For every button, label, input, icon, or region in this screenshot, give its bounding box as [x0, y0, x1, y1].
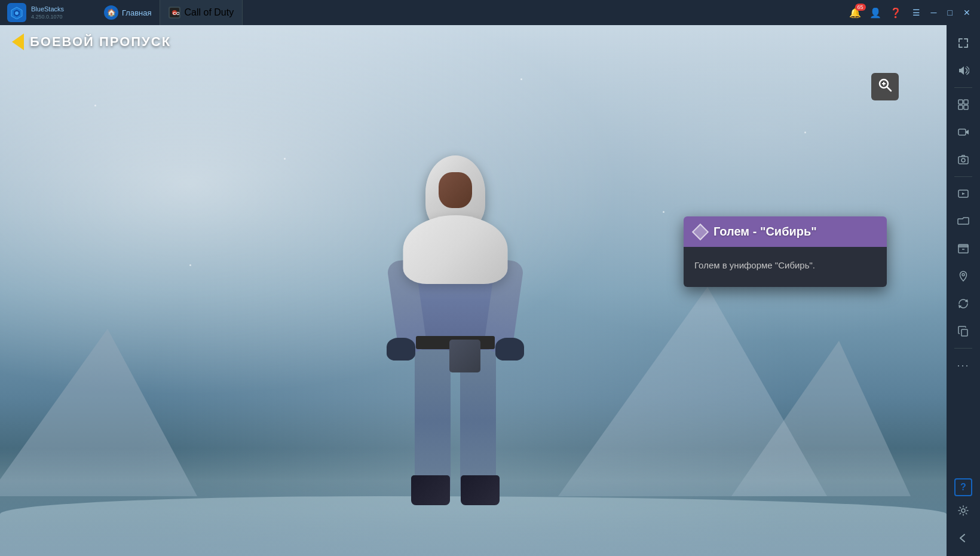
popup-body: Голем в униформе "Сибирь". [684, 247, 887, 287]
game-header: БОЕВОЙ ПРОПУСК [0, 25, 947, 59]
bluestacks-logo-area: BlueStacks 4.250.0.1070 [0, 3, 96, 22]
char-left-glove [387, 338, 415, 361]
bluestacks-logo [7, 3, 26, 22]
minimize-button[interactable]: ─ [931, 8, 937, 17]
main-content: БОЕВОЙ ПРОПУСК [0, 25, 980, 556]
popup-description: Голем в униформе "Сибирь". [694, 259, 876, 273]
svg-point-16 [961, 158, 965, 162]
maximize-button[interactable]: □ [948, 8, 953, 17]
zoom-icon [877, 77, 893, 96]
snow-particle [663, 211, 664, 213]
svg-rect-14 [958, 129, 966, 135]
char-fur [403, 215, 508, 284]
svg-line-7 [887, 87, 891, 91]
sidebar-separator-3 [954, 348, 972, 349]
game-tab-label: Call of Duty [184, 7, 234, 18]
home-tab-label: Главная [122, 8, 151, 17]
menu-button[interactable]: ☰ [912, 8, 920, 17]
char-left-leg [415, 350, 451, 493]
character-figure [366, 155, 545, 526]
svg-rect-13 [964, 105, 968, 109]
header-title: БОЕВОЙ ПРОПУСК [30, 34, 171, 50]
settings-button[interactable] [950, 497, 976, 524]
help-button[interactable]: ❓ [890, 7, 902, 19]
popup-header: Голем - "Сибирь" [684, 216, 887, 247]
fullscreen-button[interactable] [950, 30, 976, 56]
svg-rect-22 [961, 329, 967, 336]
popup-title: Голем - "Сибирь" [713, 225, 817, 239]
zoom-button[interactable] [871, 73, 899, 100]
game-tab-icon: COD [169, 7, 180, 19]
char-right-glove [495, 338, 524, 361]
video-manager-button[interactable] [950, 181, 976, 207]
more-button[interactable]: ··· [950, 352, 976, 378]
snow-particle [189, 264, 191, 266]
folder-button[interactable] [950, 208, 976, 234]
char-left-boot [411, 475, 450, 505]
more-dots-icon: ··· [957, 359, 969, 372]
svg-rect-12 [958, 105, 963, 109]
back-button[interactable]: БОЕВОЙ ПРОПУСК [12, 33, 171, 50]
svg-rect-15 [958, 157, 968, 164]
copy-button[interactable] [950, 318, 976, 344]
archive-button[interactable] [950, 236, 976, 262]
layout-button[interactable] [950, 91, 976, 118]
sidebar-separator-1 [954, 87, 972, 88]
game-area: БОЕВОЙ ПРОПУСК [0, 25, 947, 556]
home-tab[interactable]: 🏠 Главная [96, 0, 160, 25]
location-button[interactable] [950, 263, 976, 289]
titlebar: BlueStacks 4.250.0.1070 🏠 Главная COD Ca… [0, 0, 980, 25]
bluestacks-name: BlueStacks [31, 5, 64, 13]
game-tab[interactable]: COD Call of Duty [160, 0, 243, 25]
svg-text:COD: COD [173, 11, 179, 16]
record-button[interactable] [950, 119, 976, 145]
snow-particle [520, 78, 522, 80]
notification-badge: 65 [855, 4, 866, 11]
sync-button[interactable] [950, 291, 976, 317]
volume-button[interactable] [950, 57, 976, 84]
bluestacks-info: BlueStacks 4.250.0.1070 [31, 5, 64, 19]
close-button[interactable]: ✕ [963, 8, 970, 17]
titlebar-controls: 🔔 65 👤 ❓ ☰ ─ □ ✕ [840, 7, 980, 19]
popup-diamond-icon [692, 223, 709, 240]
svg-rect-10 [958, 100, 963, 104]
notification-button[interactable]: 🔔 65 [849, 7, 861, 19]
help-sidebar-button[interactable]: ? [954, 478, 972, 496]
screenshot-button[interactable] [950, 146, 976, 173]
profile-button[interactable]: 👤 [869, 7, 881, 19]
right-sidebar: ··· ? [947, 25, 980, 556]
back-arrow-icon [12, 33, 24, 50]
svg-point-23 [961, 509, 965, 512]
svg-point-21 [962, 274, 964, 276]
char-right-boot [461, 475, 500, 505]
char-pouch [449, 340, 480, 372]
bluestacks-version: 4.250.0.1070 [31, 14, 64, 20]
back-sidebar-button[interactable] [950, 525, 976, 551]
sidebar-separator-2 [954, 176, 972, 177]
info-popup: Голем - "Сибирь" Голем в униформе "Сибир… [684, 216, 887, 287]
char-face [439, 172, 472, 208]
home-icon: 🏠 [104, 5, 118, 20]
svg-point-2 [15, 11, 19, 15]
svg-rect-11 [964, 100, 968, 104]
